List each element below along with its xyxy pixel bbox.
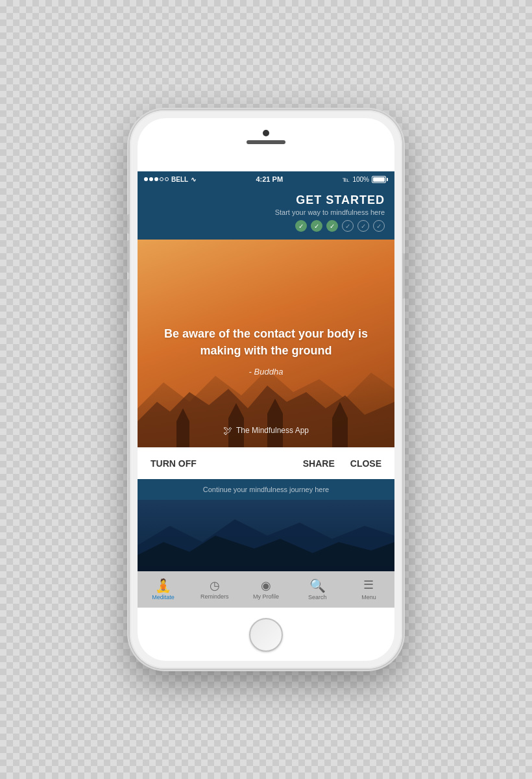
reminders-icon: ◷ (210, 580, 220, 591)
get-started-header: GET STARTED Start your way to mindfulnes… (138, 187, 394, 240)
progress-icons: ✓ ✓ ✓ ✓ ✓ ✓ (147, 220, 385, 232)
progress-4: ✓ (342, 220, 354, 232)
app-screen: BELL ∿ 4:21 PM ℡ 100% GET STA (138, 171, 394, 608)
front-camera (263, 130, 269, 136)
page-title: GET STARTED (147, 193, 385, 207)
progress-2: ✓ (311, 220, 322, 232)
phone-top-notch (247, 130, 285, 144)
status-bar: BELL ∿ 4:21 PM ℡ 100% (138, 171, 394, 187)
quote-text: Be aware of the contact your body is mak… (156, 326, 376, 358)
phone-device: BELL ∿ 4:21 PM ℡ 100% GET STA (130, 110, 402, 669)
tab-meditate[interactable]: 🧘 Meditate (138, 571, 189, 608)
power-button[interactable] (402, 253, 405, 299)
signal-dot-3 (154, 177, 158, 181)
signal-dot-5 (165, 177, 169, 181)
status-left: BELL ∿ (144, 176, 196, 183)
progress-1: ✓ (295, 220, 307, 232)
meditate-label: Meditate (152, 594, 175, 600)
brand-name: The Mindfulness App (236, 426, 309, 435)
dark-landscape (138, 500, 394, 571)
profile-label: My Profile (253, 593, 279, 600)
turn-off-button[interactable]: TURN OFF (151, 458, 303, 469)
quote-card: Be aware of the contact your body is mak… (138, 240, 394, 447)
search-icon: 🔍 (309, 579, 326, 592)
signal-dot-4 (160, 177, 163, 181)
tab-profile[interactable]: ◉ My Profile (240, 571, 291, 608)
search-label: Search (308, 594, 327, 600)
mute-button[interactable] (127, 214, 130, 234)
tab-bar: 🧘 Meditate ◷ Reminders ◉ My Profile 🔍 Se… (138, 571, 394, 608)
signal-dot-1 (144, 177, 148, 181)
tab-menu[interactable]: ☰ Menu (343, 571, 394, 608)
progress-3: ✓ (326, 220, 338, 232)
quote-text-overlay: Be aware of the contact your body is mak… (138, 240, 394, 447)
volume-down-button[interactable] (127, 279, 130, 312)
meditate-icon: 🧘 (155, 579, 171, 592)
speaker-grill (247, 140, 285, 144)
dark-mountains (138, 506, 394, 571)
page-subtitle: Start your way to mindfulness here (147, 208, 385, 216)
signal-dot-2 (149, 177, 153, 181)
close-button[interactable]: CLOSE (350, 458, 381, 469)
profile-icon: ◉ (261, 580, 271, 591)
home-button[interactable] (249, 618, 283, 652)
tab-search[interactable]: 🔍 Search (292, 571, 343, 608)
quote-author: - Buddha (249, 367, 284, 377)
tab-reminders[interactable]: ◷ Reminders (189, 571, 240, 608)
carrier-name: BELL (171, 176, 188, 183)
brand-icon: 🕊 (223, 425, 232, 436)
battery-tip (387, 178, 388, 181)
battery-percent: 100% (352, 176, 369, 183)
action-bar: TURN OFF SHARE CLOSE (138, 447, 394, 479)
volume-up-button[interactable] (127, 240, 130, 273)
continue-bar: Continue your mindfulness journey here (138, 479, 394, 500)
share-button[interactable]: SHARE (303, 458, 335, 469)
continue-text: Continue your mindfulness journey here (147, 486, 385, 493)
phone-screen-container: BELL ∿ 4:21 PM ℡ 100% GET STA (138, 118, 394, 661)
progress-5: ✓ (357, 220, 369, 232)
menu-label: Menu (361, 594, 376, 600)
quote-background: Be aware of the contact your body is mak… (138, 240, 394, 447)
reminders-label: Reminders (200, 593, 229, 600)
bluetooth-icon: ℡ (343, 176, 350, 183)
status-right: ℡ 100% (343, 176, 388, 183)
battery-body (372, 176, 386, 183)
progress-6: ✓ (373, 220, 385, 232)
app-brand: 🕊 The Mindfulness App (138, 425, 394, 436)
wifi-icon: ∿ (191, 176, 196, 183)
battery-indicator (372, 176, 388, 183)
menu-icon: ☰ (363, 578, 374, 593)
signal-strength (144, 177, 169, 181)
status-time: 4:21 PM (256, 175, 283, 183)
battery-fill (373, 177, 385, 182)
